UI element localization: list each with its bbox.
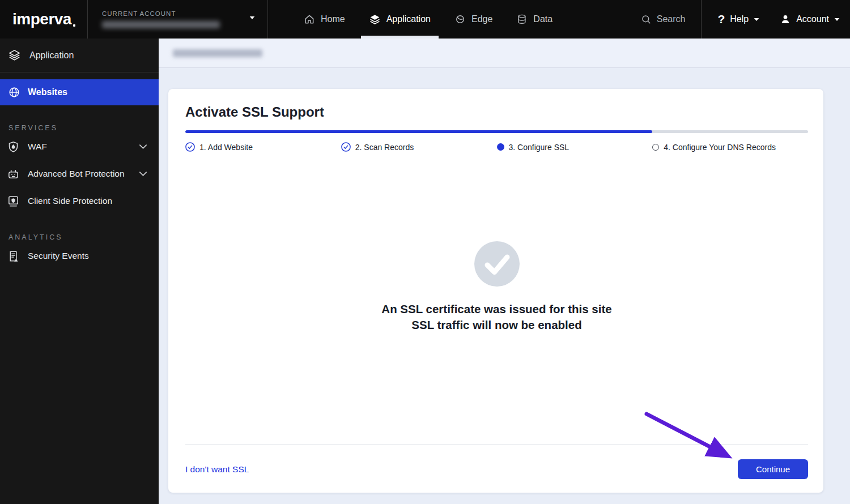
- imperva-logo[interactable]: imperva: [12, 10, 75, 28]
- sidebar-item-client-side-protection[interactable]: Client Side Protection: [0, 187, 159, 215]
- wizard-progress-track: [185, 130, 808, 133]
- sidebar-item-label: Websites: [28, 87, 67, 97]
- nav-home[interactable]: Home: [296, 0, 353, 39]
- continue-button[interactable]: Continue: [738, 459, 808, 479]
- top-navigation-bar: imperva CURRENT ACCOUNT Home Application…: [0, 0, 850, 39]
- caret-down-icon: [249, 16, 255, 20]
- ssl-success-message-line2: SSL traffic will now be enabled: [185, 317, 808, 333]
- account-label: Account: [796, 14, 829, 24]
- vertical-divider: [701, 0, 702, 39]
- sidebar-section-services: SERVICES: [8, 124, 159, 132]
- account-menu[interactable]: Account: [780, 14, 840, 25]
- search-label: Search: [657, 14, 686, 24]
- chevron-down-icon: [139, 144, 147, 150]
- database-icon: [516, 14, 528, 25]
- page-title: Activate SSL Support: [185, 89, 808, 120]
- caret-down-icon: [754, 18, 759, 22]
- skip-ssl-link[interactable]: I don't want SSL: [185, 464, 249, 475]
- context-strip: [159, 39, 850, 68]
- sidebar-item-label: WAF: [28, 142, 47, 152]
- planet-icon: [454, 14, 466, 25]
- sidebar-item-waf[interactable]: WAF: [0, 133, 159, 160]
- check-circle-icon: [474, 241, 520, 287]
- sidebar: Application Websites SERVICES WAF Advanc…: [0, 39, 159, 504]
- search-icon: [641, 14, 652, 25]
- step-label: 3. Configure SSL: [509, 143, 570, 152]
- nav-data[interactable]: Data: [508, 0, 560, 39]
- circle-check-icon: [341, 142, 351, 152]
- step-label: 2. Scan Records: [355, 143, 414, 152]
- step-scan-records: 2. Scan Records: [341, 142, 497, 152]
- step-label: 1. Add Website: [199, 143, 253, 152]
- caret-down-icon: [834, 18, 840, 22]
- redacted-site-name: [173, 49, 262, 57]
- shield-flame-icon: [7, 140, 20, 153]
- sidebar-item-application[interactable]: Application: [0, 39, 159, 72]
- topbar-right-cluster: Search ? Help Account: [641, 0, 850, 39]
- empty-circle-icon: [652, 144, 659, 151]
- help-menu[interactable]: ? Help: [717, 12, 759, 26]
- search-button[interactable]: Search: [641, 14, 686, 25]
- filled-dot-icon: [497, 143, 504, 151]
- document-alert-icon: [7, 250, 20, 263]
- nav-label: Data: [533, 14, 552, 24]
- ssl-success-message-line1: An SSL certificate was issued for this s…: [185, 301, 808, 317]
- chevron-down-icon: [139, 171, 147, 177]
- main-content: Activate SSL Support 1. Add Website 2. S…: [159, 39, 850, 504]
- sidebar-item-label: Advanced Bot Protection: [28, 169, 125, 179]
- primary-nav: Home Application Edge Data: [292, 0, 564, 39]
- wizard-steps: 1. Add Website 2. Scan Records 3. Config…: [185, 142, 808, 152]
- home-icon: [304, 14, 315, 25]
- nav-label: Application: [386, 14, 431, 24]
- current-account-selector[interactable]: CURRENT ACCOUNT: [88, 0, 268, 39]
- ssl-success-block: An SSL certificate was issued for this s…: [185, 241, 808, 333]
- step-configure-dns: 4. Configure Your DNS Records: [652, 142, 808, 152]
- sidebar-item-advanced-bot-protection[interactable]: Advanced Bot Protection: [0, 160, 159, 187]
- ssl-wizard-card: Activate SSL Support 1. Add Website 2. S…: [168, 89, 823, 493]
- nav-label: Home: [321, 14, 345, 24]
- sidebar-item-label: Client Side Protection: [28, 196, 112, 206]
- nav-edge[interactable]: Edge: [447, 0, 500, 39]
- nav-application[interactable]: Application: [361, 0, 439, 39]
- logo-container: imperva: [0, 0, 88, 39]
- sidebar-item-security-events[interactable]: Security Events: [0, 242, 159, 270]
- layers-icon: [8, 49, 21, 62]
- step-label: 4. Configure Your DNS Records: [664, 143, 776, 152]
- step-configure-ssl: 3. Configure SSL: [497, 142, 653, 152]
- sidebar-item-label: Application: [29, 50, 74, 61]
- robot-icon: [7, 168, 20, 181]
- current-account-label: CURRENT ACCOUNT: [102, 10, 267, 17]
- browser-shield-icon: [7, 195, 20, 208]
- footer-divider: [185, 445, 808, 445]
- sidebar-section-analytics: ANALYTICS: [8, 233, 159, 241]
- person-icon: [780, 14, 791, 25]
- layers-icon: [369, 14, 381, 25]
- circle-check-icon: [185, 142, 195, 152]
- sidebar-item-websites[interactable]: Websites: [0, 79, 159, 105]
- nav-label: Edge: [471, 14, 492, 24]
- sidebar-item-label: Security Events: [28, 251, 89, 261]
- globe-icon: [8, 86, 20, 99]
- help-label: Help: [730, 14, 749, 24]
- wizard-progress-fill: [185, 130, 652, 133]
- question-icon: ?: [717, 12, 725, 26]
- redacted-account-email: [102, 21, 220, 28]
- step-add-website: 1. Add Website: [185, 142, 341, 152]
